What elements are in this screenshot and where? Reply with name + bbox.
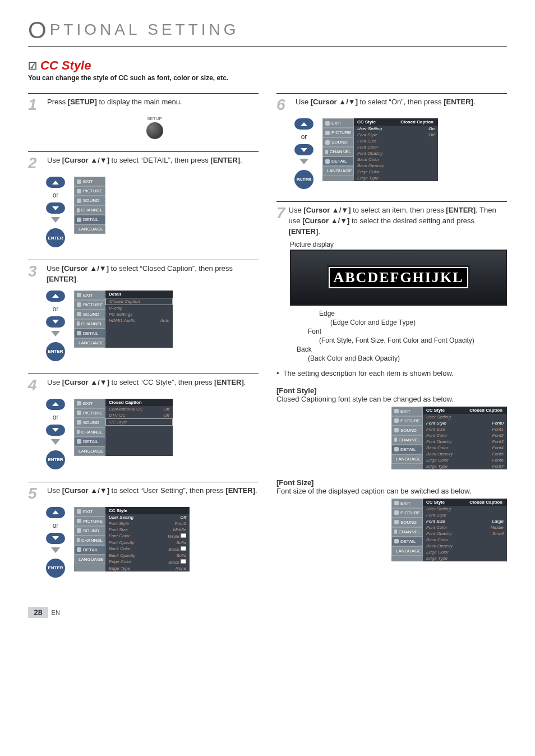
enter-button-icon: ENTER bbox=[46, 559, 65, 578]
osd-closed-caption-menu: EXITPICTURESOUNDCHANNELDETAILLANGUAGE Cl… bbox=[74, 399, 173, 456]
osd-side-tab: LANGUAGE bbox=[74, 446, 105, 456]
osd-side-tab: CHANNEL bbox=[74, 536, 105, 545]
step-text: Press [SETUP] to display the main menu. bbox=[47, 97, 182, 108]
osd-title: CC Style bbox=[426, 408, 445, 413]
step-3: 3 Use [Cursor ▲/▼] to select “Closed Cap… bbox=[28, 260, 259, 361]
osd-row: PC Settings bbox=[105, 311, 173, 317]
font-style-desc: Closed Captioning font style can be chan… bbox=[276, 395, 507, 403]
osd-side-tab: SOUND bbox=[391, 426, 423, 435]
page-header: OPTIONAL SETTING bbox=[28, 17, 507, 47]
osd-row: Font OpacityFont3 bbox=[423, 439, 507, 445]
setup-button-graphic: SETUP bbox=[50, 116, 259, 139]
osd-font-size-menu: EXITPICTURESOUNDCHANNELDETAILLANGUAGE CC… bbox=[391, 499, 507, 561]
osd-side-tab: LANGUAGE bbox=[391, 454, 423, 464]
left-column: 1 Press [SETUP] to display the main menu… bbox=[28, 93, 259, 590]
osd-row: Back ColorFont4 bbox=[423, 445, 507, 451]
step-number: 1 bbox=[28, 97, 44, 113]
osd-row: Edge Type bbox=[354, 175, 438, 181]
osd-row: Edge Color bbox=[354, 169, 438, 175]
step-5: 5 Use [Cursor ▲/▼] to select “User Setti… bbox=[28, 482, 259, 578]
osd-title: Closed Caption bbox=[109, 400, 142, 405]
cursor-up-icon bbox=[46, 507, 65, 518]
cursor-down-icon bbox=[46, 316, 65, 328]
osd-side-tab: EXIT bbox=[391, 407, 423, 416]
callout-back: Back bbox=[297, 345, 507, 354]
flow-arrow-icon bbox=[51, 547, 60, 553]
font-size-heading: [Font Size] bbox=[276, 478, 507, 487]
osd-row: Font SizeFont1 bbox=[423, 426, 507, 432]
osd-row: Font Style bbox=[423, 512, 507, 518]
osd-side-tab: DETAIL bbox=[74, 329, 105, 338]
osd-row: Conventional CCOff bbox=[105, 406, 173, 412]
osd-side-tab: DETAIL bbox=[74, 215, 105, 224]
checkbox-icon: ☑ bbox=[28, 61, 37, 72]
osd-side-tab: EXIT bbox=[74, 177, 105, 186]
osd-row: CC Style bbox=[105, 418, 173, 426]
cursor-down-icon bbox=[46, 425, 65, 436]
osd-side-tab: DETAIL bbox=[74, 545, 105, 555]
callout-edge: Edge bbox=[319, 309, 507, 318]
step-text: Use [Cursor ▲/▼] to select “Closed Capti… bbox=[47, 264, 259, 285]
setup-label: SETUP bbox=[147, 116, 162, 121]
osd-side-tab: EXIT bbox=[74, 291, 105, 300]
feature-title: ☑CC Style bbox=[28, 58, 507, 73]
osd-side-tab: SOUND bbox=[74, 418, 105, 427]
enter-button-icon: ENTER bbox=[294, 170, 313, 189]
osd-side-tab: CHANNEL bbox=[74, 319, 105, 329]
or-label: or bbox=[53, 522, 59, 529]
osd-font-style-menu: EXITPICTURESOUNDCHANNELDETAILLANGUAGE CC… bbox=[391, 407, 507, 469]
osd-cc-style-menu: EXITPICTURESOUNDCHANNELDETAILLANGUAGE CC… bbox=[74, 507, 190, 571]
osd-row: Edge Type bbox=[423, 555, 507, 561]
osd-side-tab: DETAIL bbox=[74, 437, 105, 446]
drop-cap-o: O bbox=[28, 17, 50, 43]
osd-side-tab: PICTURE bbox=[74, 300, 105, 310]
osd-side-tab: PICTURE bbox=[391, 508, 423, 518]
osd-row: V–chip bbox=[105, 305, 173, 311]
step-text: Use [Cursor ▲/▼] to select “DETAIL”, the… bbox=[47, 155, 242, 166]
picture-display-diagram: Picture display ABCDEFGHIJKL Edge (Edge … bbox=[290, 241, 507, 363]
osd-row: Edge TypeFont7 bbox=[423, 463, 507, 469]
page-number: 28 bbox=[28, 607, 48, 618]
feature-subtitle: You can change the style of CC such as f… bbox=[28, 74, 507, 82]
osd-row: Back OpacityFont5 bbox=[423, 451, 507, 457]
cursor-up-icon bbox=[46, 291, 65, 302]
or-label: or bbox=[53, 305, 59, 313]
footer-lang: EN bbox=[52, 609, 60, 616]
osd-side-menu-only: EXITPICTURESOUNDCHANNELDETAILLANGUAGE bbox=[74, 177, 105, 234]
right-column: 6 Use [Cursor ▲/▼] to select “On”, then … bbox=[276, 93, 507, 590]
cursor-buttons-graphic: or ENTER bbox=[46, 399, 65, 469]
osd-row: User SettingOn bbox=[354, 126, 438, 132]
osd-row: HDMI1 AudioAuto bbox=[105, 317, 173, 324]
page-title-rest: PTIONAL SETTING bbox=[50, 21, 239, 38]
osd-row: Closed Caption bbox=[105, 298, 173, 305]
cursor-up-icon bbox=[46, 177, 65, 188]
osd-row: DTV CCOff bbox=[105, 412, 173, 418]
callout-back-desc: (Back Color and Back Opacity) bbox=[308, 354, 507, 363]
osd-row: Font StyleFont0 bbox=[423, 420, 507, 426]
step-number: 6 bbox=[276, 97, 292, 113]
step-6: 6 Use [Cursor ▲/▼] to select “On”, then … bbox=[276, 93, 507, 189]
osd-row: Font StyleOff bbox=[354, 132, 438, 138]
step-number: 5 bbox=[28, 486, 44, 501]
osd-side-tab: SOUND bbox=[74, 196, 105, 205]
step-text: Use [Cursor ▲/▼] to select an item, then… bbox=[289, 205, 507, 237]
step-text: Use [Cursor ▲/▼] to select “On”, then pr… bbox=[296, 97, 476, 108]
osd-side-tab: LANGUAGE bbox=[74, 338, 105, 348]
osd-side-tab: SOUND bbox=[74, 526, 105, 536]
step-text: Use [Cursor ▲/▼] to select “CC Style”, t… bbox=[47, 377, 246, 388]
osd-row: Font SizeLarge bbox=[423, 518, 507, 524]
osd-side-tab: SOUND bbox=[322, 137, 354, 147]
osd-title: CC Style bbox=[109, 508, 127, 513]
osd-row: Font Size bbox=[354, 138, 438, 144]
osd-row: Edge ColorFont6 bbox=[423, 457, 507, 463]
osd-row: Back Opacity bbox=[423, 543, 507, 549]
cursor-buttons-graphic: or ENTER bbox=[294, 118, 313, 189]
osd-side-tab: DETAIL bbox=[391, 445, 423, 454]
caption-sample-text: ABCDEFGHIJKL bbox=[333, 269, 463, 285]
osd-row: Back OpacitySolid bbox=[105, 552, 190, 559]
step-4: 4 Use [Cursor ▲/▼] to select “CC Style”,… bbox=[28, 374, 259, 469]
osd-title: Detail bbox=[109, 292, 121, 297]
step-7: 7 Use [Cursor ▲/▼] to select an item, th… bbox=[276, 201, 507, 561]
feature-title-text: CC Style bbox=[40, 58, 91, 72]
osd-side-tab: EXIT bbox=[322, 118, 354, 128]
